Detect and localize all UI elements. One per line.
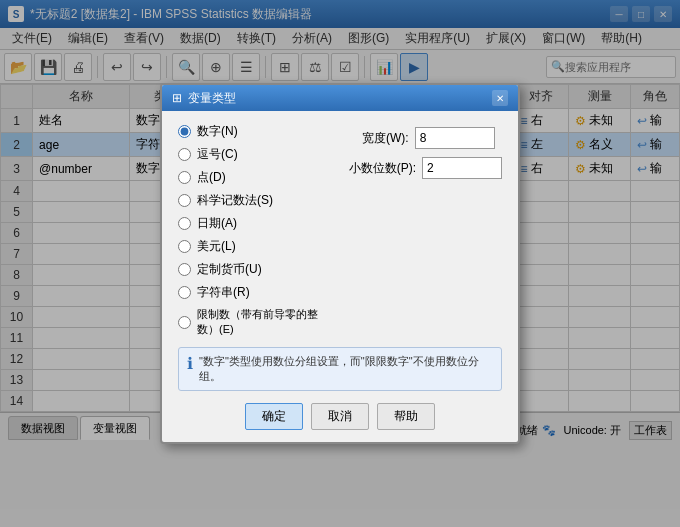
modal-radio-group: 数字(N) 逗号(C) 点(D) 科学记数法(S) 日期(A) bbox=[178, 123, 329, 337]
modal-overlay: ⊞ 变量类型 ✕ 数字(N) 逗号(C) 点(D) bbox=[0, 0, 680, 527]
radio-custom-currency[interactable]: 定制货币(U) bbox=[178, 261, 329, 278]
radio-comma[interactable]: 逗号(C) bbox=[178, 146, 329, 163]
decimal-input[interactable] bbox=[422, 157, 502, 179]
width-label: 宽度(W): bbox=[349, 130, 409, 147]
modal-info-box: ℹ "数字"类型使用数位分组设置，而"限限数字"不使用数位分组。 bbox=[178, 347, 502, 391]
radio-scientific[interactable]: 科学记数法(S) bbox=[178, 192, 329, 209]
modal-title-content: ⊞ 变量类型 bbox=[172, 90, 236, 107]
modal-input-section: 宽度(W): 小数位数(P): bbox=[349, 127, 502, 337]
decimal-input-row: 小数位数(P): bbox=[349, 157, 502, 179]
help-button[interactable]: 帮助 bbox=[377, 403, 435, 430]
radio-date[interactable]: 日期(A) bbox=[178, 215, 329, 232]
radio-numeric[interactable]: 数字(N) bbox=[178, 123, 329, 140]
info-text: "数字"类型使用数位分组设置，而"限限数字"不使用数位分组。 bbox=[199, 354, 493, 384]
width-input-row: 宽度(W): bbox=[349, 127, 502, 149]
modal-title-text: 变量类型 bbox=[188, 90, 236, 107]
radio-restricted-numeric[interactable]: 限制数（带有前导零的整数）(E) bbox=[178, 307, 329, 337]
modal-button-group: 确定 取消 帮助 bbox=[178, 403, 502, 430]
modal-content: 数字(N) 逗号(C) 点(D) 科学记数法(S) 日期(A) bbox=[178, 123, 502, 337]
decimal-label: 小数位数(P): bbox=[349, 160, 416, 177]
modal-close-button[interactable]: ✕ bbox=[492, 90, 508, 106]
modal-title-bar: ⊞ 变量类型 ✕ bbox=[162, 85, 518, 111]
confirm-button[interactable]: 确定 bbox=[245, 403, 303, 430]
radio-dollar[interactable]: 美元(L) bbox=[178, 238, 329, 255]
width-input[interactable] bbox=[415, 127, 495, 149]
radio-options: 数字(N) 逗号(C) 点(D) 科学记数法(S) 日期(A) bbox=[178, 123, 329, 337]
modal-body: 数字(N) 逗号(C) 点(D) 科学记数法(S) 日期(A) bbox=[162, 111, 518, 442]
variable-type-dialog: ⊞ 变量类型 ✕ 数字(N) 逗号(C) 点(D) bbox=[160, 83, 520, 444]
cancel-button[interactable]: 取消 bbox=[311, 403, 369, 430]
radio-dot[interactable]: 点(D) bbox=[178, 169, 329, 186]
radio-string[interactable]: 字符串(R) bbox=[178, 284, 329, 301]
modal-title-icon: ⊞ bbox=[172, 91, 182, 105]
info-icon: ℹ bbox=[187, 354, 193, 384]
